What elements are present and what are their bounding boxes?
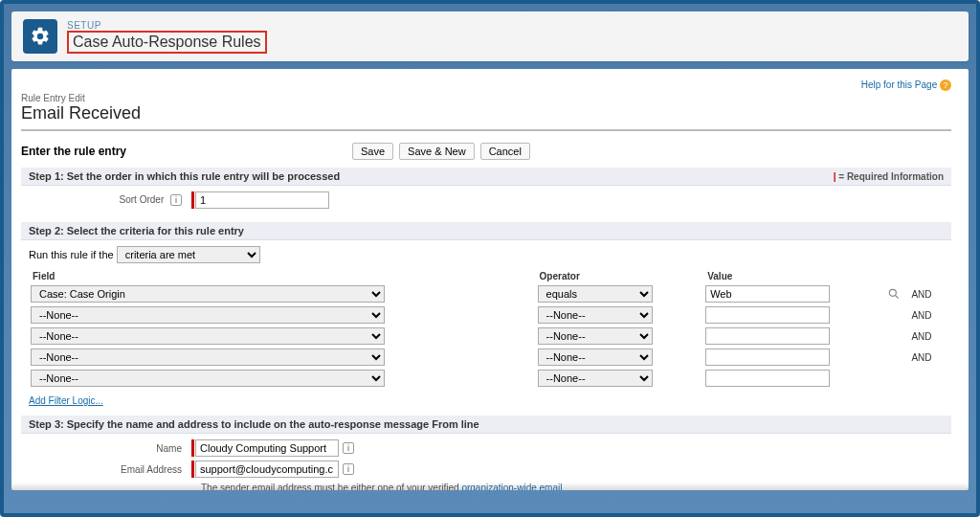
required-bar — [191, 461, 194, 478]
col-field: Field — [29, 269, 536, 283]
col-value: Value — [703, 269, 885, 283]
value-input[interactable] — [705, 306, 830, 324]
field-select[interactable]: --None-- — [31, 370, 385, 387]
and-label — [909, 368, 944, 389]
step2-body: Run this rule if the criteria are met Fi… — [21, 240, 951, 416]
save-new-button[interactable]: Save & New — [399, 143, 475, 160]
record-title: Email Received — [21, 103, 951, 124]
gear-icon — [23, 19, 57, 54]
and-label: AND — [909, 283, 944, 304]
svg-line-1 — [896, 296, 899, 299]
email-label: Email Address — [29, 464, 191, 475]
help-icon: ? — [940, 79, 951, 91]
operator-select[interactable]: --None-- — [538, 306, 653, 324]
info-icon[interactable]: i — [170, 194, 182, 206]
required-bar — [191, 191, 194, 209]
and-label: AND — [909, 326, 944, 347]
svg-point-0 — [889, 290, 896, 297]
name-label: Name — [29, 443, 191, 454]
email-input[interactable] — [195, 461, 339, 478]
divider — [21, 129, 951, 131]
criteria-row: Case: Case OriginequalsAND — [29, 283, 944, 304]
required-bar — [191, 439, 194, 457]
breadcrumb: Rule Entry Edit — [21, 93, 951, 103]
field-select[interactable]: --None-- — [31, 306, 385, 324]
operator-select[interactable]: --None-- — [538, 348, 653, 366]
col-operator: Operator — [536, 269, 704, 283]
criteria-table: Field Operator Value Case: Case Origineq… — [29, 269, 944, 389]
action-bar: Enter the rule entry Save Save & New Can… — [21, 139, 951, 168]
operator-select[interactable]: equals — [538, 285, 653, 303]
app-frame: SETUP Case Auto-Response Rules Help for … — [0, 0, 980, 517]
step3-header: Step 3: Specify the name and address to … — [21, 416, 951, 434]
cancel-button[interactable]: Cancel — [480, 143, 530, 160]
add-filter-logic-link[interactable]: Add Filter Logic... — [29, 395, 103, 406]
value-input[interactable] — [705, 327, 830, 345]
section-title: Enter the rule entry — [21, 145, 126, 158]
help-link[interactable]: Help for this Page ? — [861, 79, 951, 90]
sort-order-label: Sort Order i — [29, 194, 191, 206]
content-card: Help for this Page ? Rule Entry Edit Ema… — [11, 69, 969, 490]
criteria-row: --None----None--AND — [29, 304, 944, 326]
field-select[interactable]: Case: Case Origin — [31, 285, 385, 303]
and-label: AND — [909, 304, 944, 326]
name-input[interactable] — [195, 439, 339, 457]
save-button[interactable]: Save — [352, 143, 393, 160]
field-select[interactable]: --None-- — [31, 327, 385, 345]
info-icon[interactable]: i — [343, 442, 354, 454]
operator-select[interactable]: --None-- — [538, 370, 653, 387]
required-legend: | = Required Information — [834, 171, 944, 182]
step1-title: Step 1: Set the order in which this rule… — [29, 170, 340, 182]
value-input[interactable] — [705, 285, 830, 303]
and-label: AND — [909, 347, 944, 368]
step3-body: Name i Email Address i The sender email … — [21, 434, 951, 490]
setup-header: SETUP Case Auto-Response Rules — [11, 11, 969, 61]
setup-label: SETUP — [67, 20, 267, 31]
operator-select[interactable]: --None-- — [538, 327, 653, 345]
criteria-row: --None----None--AND — [29, 326, 944, 347]
criteria-row: --None----None-- — [29, 368, 944, 389]
step1-body: Sort Order i — [21, 186, 951, 222]
page-title: Case Auto-Response Rules — [67, 31, 267, 54]
run-rule-label: Run this rule if the — [29, 249, 114, 260]
sort-order-input[interactable] — [195, 191, 329, 209]
step1-header: Step 1: Set the order in which this rule… — [21, 168, 951, 186]
value-input[interactable] — [705, 348, 830, 366]
criteria-mode-select[interactable]: criteria are met — [117, 246, 260, 263]
field-select[interactable]: --None-- — [31, 348, 385, 366]
value-input[interactable] — [705, 370, 830, 387]
info-icon[interactable]: i — [343, 463, 354, 475]
step2-header: Step 2: Select the criteria for this rul… — [21, 222, 951, 240]
criteria-row: --None----None--AND — [29, 347, 944, 368]
lookup-icon[interactable] — [887, 287, 901, 301]
scroll-area[interactable]: Help for this Page ? Rule Entry Edit Ema… — [11, 69, 969, 490]
email-helper-text: The sender email address must be either … — [201, 482, 584, 490]
